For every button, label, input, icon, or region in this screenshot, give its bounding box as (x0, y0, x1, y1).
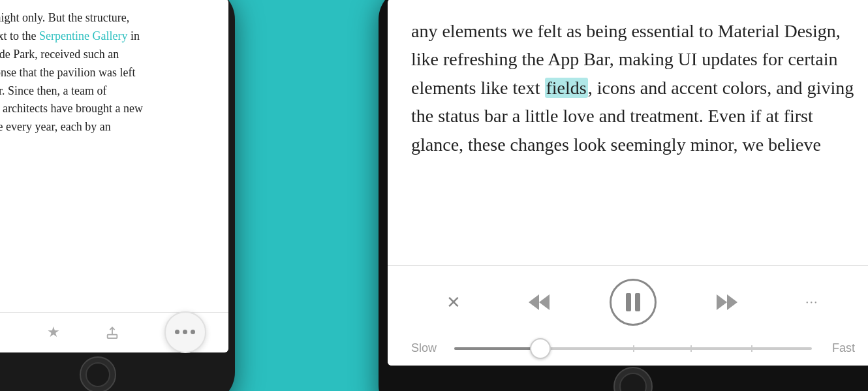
text-line-7: to life every year, each by an (0, 120, 111, 133)
dot-2 (183, 330, 187, 334)
fast-label: Fast (822, 341, 855, 355)
right-home-button[interactable] (613, 367, 653, 391)
star-icon[interactable]: ★ (47, 324, 60, 341)
tick-3 (751, 345, 752, 352)
svg-marker-1 (529, 294, 539, 310)
right-phone-screen: any elements we felt as being essential … (388, 0, 868, 366)
text-line-4: response that the pavilion was left (0, 66, 135, 79)
tick-2 (690, 345, 692, 352)
check-icon[interactable]: ✓ (0, 324, 2, 341)
text-line-2: at next to the Serpentine Gallery in (0, 29, 140, 42)
share-icon[interactable] (105, 325, 119, 339)
text-line-3: 's Hyde Park, received such an (0, 48, 119, 61)
right-home-button-inner (619, 373, 647, 391)
pause-bar-right (635, 293, 640, 311)
text-word-before-highlight: text (513, 78, 545, 98)
left-home-button[interactable] (80, 356, 116, 391)
speed-slider[interactable] (454, 347, 812, 350)
text-line-1: one night only. But the structure, (0, 11, 129, 24)
left-phone-screen: one night only. But the structure, at ne… (0, 0, 228, 352)
fast-forward-button[interactable] (713, 288, 741, 317)
text-line-5: mmer. Since then, a team of (0, 84, 106, 97)
speed-row: Slow Fast (411, 341, 855, 355)
left-toolbar: ✓ ★ (0, 312, 228, 351)
reading-area: any elements we felt as being essential … (388, 0, 868, 265)
slow-label: Slow (411, 341, 444, 355)
more-button[interactable] (164, 311, 206, 353)
tick-1 (633, 345, 634, 352)
reading-text: any elements we felt as being essential … (411, 17, 855, 159)
more-options-button[interactable]: ••• (798, 288, 827, 317)
more-dots (175, 330, 195, 334)
rewind-button[interactable] (525, 288, 553, 317)
svg-marker-4 (727, 294, 737, 310)
left-reading-text: one night only. But the structure, at ne… (0, 9, 221, 136)
pause-button[interactable] (610, 279, 657, 326)
phone-left: one night only. But the structure, at ne… (0, 0, 235, 391)
close-button[interactable]: ✕ (439, 288, 468, 317)
phone-right: any elements we felt as being essential … (379, 0, 868, 391)
dot-1 (175, 330, 179, 334)
pause-icon (626, 293, 640, 311)
left-home-button-inner (85, 362, 110, 387)
highlighted-word: fields (545, 78, 588, 98)
svg-marker-2 (539, 294, 550, 310)
player-area: ✕ (388, 265, 868, 366)
slider-thumb[interactable] (530, 338, 551, 359)
svg-marker-3 (717, 294, 727, 310)
pause-bar-left (626, 293, 631, 311)
serpentine-link[interactable]: Serpentine Gallery (39, 29, 127, 42)
scene: one night only. But the structure, at ne… (0, 0, 868, 391)
dot-3 (191, 330, 195, 334)
player-controls: ✕ (411, 279, 855, 326)
svg-rect-0 (107, 334, 117, 338)
text-line-6: s and architects have brought a new (0, 102, 143, 115)
